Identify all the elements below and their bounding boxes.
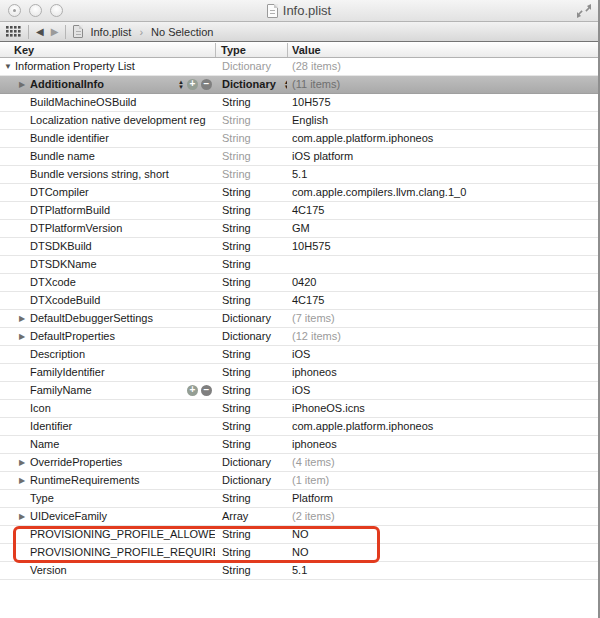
value-cell[interactable]: iphoneos bbox=[287, 364, 597, 381]
disclosure-open-icon[interactable]: ▼ bbox=[4, 58, 12, 75]
plist-type[interactable]: String bbox=[222, 436, 251, 453]
plist-type[interactable]: String bbox=[222, 562, 251, 579]
minimize-button[interactable] bbox=[29, 4, 42, 17]
value-cell[interactable]: iPhoneOS.icns bbox=[287, 400, 597, 417]
table-row[interactable]: ▶UIDeviceFamilyArray(2 items) bbox=[0, 508, 598, 526]
plist-value[interactable]: Platform bbox=[292, 492, 333, 504]
forward-arrow-icon[interactable]: ▶ bbox=[51, 27, 59, 37]
key-cell[interactable]: ▶RuntimeRequirements bbox=[0, 472, 215, 489]
key-cell[interactable]: Bundle identifier bbox=[0, 130, 215, 147]
plist-type[interactable]: String bbox=[222, 490, 251, 507]
plist-value[interactable]: (12 items) bbox=[292, 330, 341, 342]
plist-type[interactable]: String bbox=[222, 238, 251, 255]
type-cell[interactable]: String bbox=[215, 148, 287, 165]
plist-value[interactable]: English bbox=[292, 114, 328, 126]
table-row[interactable]: DTPlatformVersionStringGM bbox=[0, 220, 598, 238]
table-row[interactable]: DTSDKNameString bbox=[0, 256, 598, 274]
value-cell[interactable]: NO bbox=[287, 526, 597, 543]
plist-type[interactable]: Dictionary bbox=[222, 328, 271, 345]
type-cell[interactable]: Dictionary bbox=[215, 310, 287, 327]
column-divider[interactable] bbox=[287, 43, 288, 57]
plist-type[interactable]: String bbox=[222, 148, 251, 165]
breadcrumb-selection[interactable]: No Selection bbox=[151, 26, 213, 38]
key-cell[interactable]: DTSDKName bbox=[0, 256, 215, 273]
plist-value[interactable]: iOS bbox=[292, 348, 310, 360]
plist-type[interactable]: String bbox=[222, 256, 251, 273]
table-row[interactable]: IconStringiPhoneOS.icns bbox=[0, 400, 598, 418]
type-cell[interactable]: String bbox=[215, 256, 287, 273]
key-cell[interactable]: Identifier bbox=[0, 418, 215, 435]
plist-type[interactable]: String bbox=[222, 130, 251, 147]
key-cell[interactable]: ▶AdditionalInfo▲▼+− bbox=[0, 76, 215, 93]
value-cell[interactable]: iOS platform bbox=[287, 148, 597, 165]
key-cell[interactable]: PROVISIONING_PROFILE_ALLOWED bbox=[0, 526, 215, 543]
disclosure-closed-icon[interactable]: ▶ bbox=[19, 76, 25, 93]
type-cell[interactable]: String bbox=[215, 544, 287, 561]
plist-type[interactable]: String bbox=[222, 292, 251, 309]
value-cell[interactable]: GM bbox=[287, 220, 597, 237]
table-row[interactable]: DTXcodeString0420 bbox=[0, 274, 598, 292]
value-cell[interactable]: 4C175 bbox=[287, 202, 597, 219]
plist-value[interactable]: com.apple.compilers.llvm.clang.1_0 bbox=[292, 186, 466, 198]
expand-window-icon[interactable] bbox=[576, 3, 592, 19]
table-row[interactable]: ▶RuntimeRequirementsDictionary(1 item) bbox=[0, 472, 598, 490]
key-cell[interactable]: Icon bbox=[0, 400, 215, 417]
key-cell[interactable]: Localization native development reg bbox=[0, 112, 215, 129]
key-cell[interactable]: Version bbox=[0, 562, 215, 579]
type-cell[interactable]: String bbox=[215, 274, 287, 291]
value-cell[interactable]: 10H575 bbox=[287, 238, 597, 255]
key-cell[interactable]: DTCompiler bbox=[0, 184, 215, 201]
type-cell[interactable]: Dictionary bbox=[215, 58, 287, 75]
type-cell[interactable]: Dictionary bbox=[215, 328, 287, 345]
plist-type[interactable]: String bbox=[222, 346, 251, 363]
type-cell[interactable]: Dictionary bbox=[215, 472, 287, 489]
type-cell[interactable]: String bbox=[215, 436, 287, 453]
value-cell[interactable]: 4C175 bbox=[287, 292, 597, 309]
plist-value[interactable]: 5.1 bbox=[292, 168, 307, 180]
plist-type[interactable]: Dictionary bbox=[222, 76, 276, 93]
key-cell[interactable]: ▶UIDeviceFamily bbox=[0, 508, 215, 525]
key-cell[interactable]: DTPlatformVersion bbox=[0, 220, 215, 237]
type-cell[interactable]: String bbox=[215, 94, 287, 111]
plist-value[interactable]: 4C175 bbox=[292, 294, 324, 306]
plist-type[interactable]: String bbox=[222, 364, 251, 381]
plist-type[interactable]: String bbox=[222, 220, 251, 237]
zoom-button[interactable] bbox=[50, 4, 63, 17]
key-cell[interactable]: FamilyName+− bbox=[0, 382, 215, 399]
value-cell[interactable]: com.apple.platform.iphoneos bbox=[287, 418, 597, 435]
plist-value[interactable]: (4 items) bbox=[292, 456, 335, 468]
table-row[interactable]: Localization native development regStrin… bbox=[0, 112, 598, 130]
table-row[interactable]: DescriptionStringiOS bbox=[0, 346, 598, 364]
key-cell[interactable]: Bundle name bbox=[0, 148, 215, 165]
table-row[interactable]: ▶OverridePropertiesDictionary(4 items) bbox=[0, 454, 598, 472]
plist-type[interactable]: String bbox=[222, 112, 251, 129]
plist-type[interactable]: String bbox=[222, 202, 251, 219]
table-row[interactable]: DTPlatformBuildString4C175 bbox=[0, 202, 598, 220]
plist-value[interactable]: (28 items) bbox=[292, 60, 341, 72]
table-row[interactable]: VersionString5.1 bbox=[0, 562, 598, 580]
value-cell[interactable]: Platform bbox=[287, 490, 597, 507]
key-cell[interactable]: DTPlatformBuild bbox=[0, 202, 215, 219]
type-cell[interactable]: String bbox=[215, 130, 287, 147]
value-cell[interactable]: iphoneos bbox=[287, 436, 597, 453]
value-cell[interactable]: com.apple.platform.iphoneos bbox=[287, 130, 597, 147]
table-row[interactable]: DTSDKBuildString10H575 bbox=[0, 238, 598, 256]
key-cell[interactable]: BuildMachineOSBuild bbox=[0, 94, 215, 111]
value-cell[interactable]: (1 item) bbox=[287, 472, 597, 489]
table-row[interactable]: ▶DefaultDebuggerSettingsDictionary(7 ite… bbox=[0, 310, 598, 328]
key-cell[interactable]: DTXcode bbox=[0, 274, 215, 291]
type-cell[interactable]: String bbox=[215, 418, 287, 435]
key-cell[interactable]: DTSDKBuild bbox=[0, 238, 215, 255]
plist-value[interactable]: iOS bbox=[292, 384, 310, 396]
plist-type[interactable]: Dictionary bbox=[222, 58, 271, 75]
add-row-button[interactable]: + bbox=[187, 385, 198, 396]
plist-type[interactable]: String bbox=[222, 166, 251, 183]
table-row[interactable]: Bundle versions string, shortString5.1 bbox=[0, 166, 598, 184]
plist-value[interactable]: GM bbox=[292, 222, 310, 234]
column-divider[interactable] bbox=[215, 43, 216, 57]
plist-type[interactable]: String bbox=[222, 418, 251, 435]
type-cell[interactable]: String bbox=[215, 382, 287, 399]
key-cell[interactable]: ▼Information Property List bbox=[0, 58, 215, 75]
value-cell[interactable]: (2 items) bbox=[287, 508, 597, 525]
value-cell[interactable]: (12 items) bbox=[287, 328, 597, 345]
